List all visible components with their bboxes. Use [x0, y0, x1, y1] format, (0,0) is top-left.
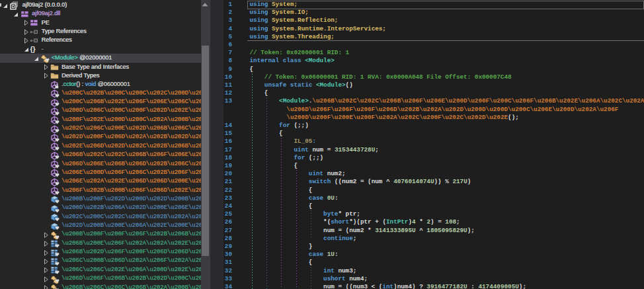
svg-text:{}: {}: [30, 45, 36, 53]
